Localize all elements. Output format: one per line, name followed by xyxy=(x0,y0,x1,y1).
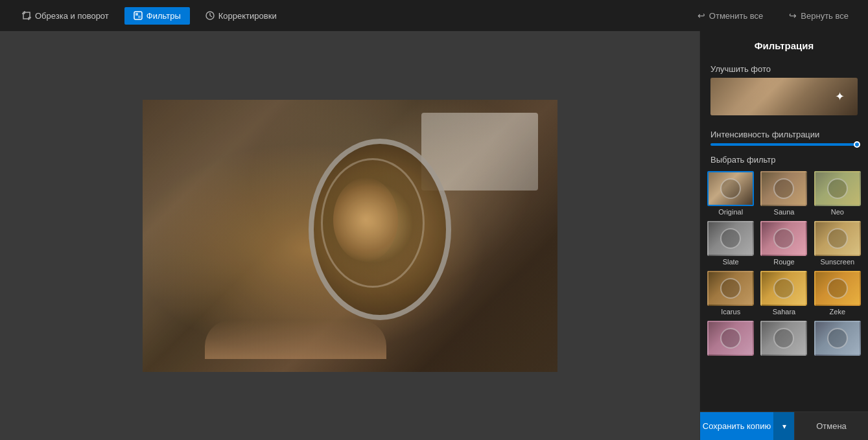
undo-all-button[interactable]: ↩ Отменить все xyxy=(691,6,770,25)
filter-item-neo[interactable]: Neo xyxy=(812,170,863,217)
filters-icon xyxy=(134,11,143,20)
corrections-button[interactable]: Корректировки xyxy=(196,7,286,25)
filter-thumb-partial3 xyxy=(814,321,861,356)
save-copy-button[interactable]: Сохранить копию xyxy=(700,412,773,440)
svg-line-10 xyxy=(210,16,212,17)
sidebar-title: Фильтрация xyxy=(700,31,868,58)
enhance-photo-strip[interactable]: ✦ xyxy=(710,78,858,115)
filter-thumb-sunscreen xyxy=(814,221,861,256)
crop-rotate-button[interactable]: Обрезка и поворот xyxy=(13,7,118,25)
filter-item-sauna[interactable]: Sauna xyxy=(758,170,809,217)
corrections-icon xyxy=(205,11,215,20)
toolbar-right-actions: ↩ Отменить все ↪ Вернуть все xyxy=(691,6,855,25)
canvas-area xyxy=(0,31,699,440)
redo-all-button[interactable]: ↪ Вернуть все xyxy=(782,6,855,25)
filter-thumb-sauna xyxy=(760,171,807,206)
filter-label-sunscreen: Sunscreen xyxy=(821,258,855,266)
filter-thumb-slate xyxy=(707,221,754,256)
photo-container xyxy=(143,100,557,372)
corrections-label: Корректировки xyxy=(218,11,277,21)
redo-label: Вернуть все xyxy=(801,11,849,21)
intensity-section-label: Интенсивность фильтрации xyxy=(700,123,868,143)
filter-item-zeke[interactable]: Zeke xyxy=(812,270,863,317)
sidebar-bottom-bar: Сохранить копию ▾ Отмена xyxy=(700,411,868,440)
filter-thumb-icarus xyxy=(707,271,754,306)
filter-select-label: Выбрать фильтр xyxy=(700,152,868,170)
filter-thumb-partial2 xyxy=(760,321,807,356)
filter-item-slate[interactable]: Slate xyxy=(705,220,756,267)
svg-rect-6 xyxy=(135,13,138,16)
filter-item-sunscreen[interactable]: Sunscreen xyxy=(812,220,863,267)
dropdown-arrow-icon: ▾ xyxy=(782,422,786,431)
filter-item-sahara[interactable]: Sahara xyxy=(758,270,809,317)
filter-item-original[interactable]: Original xyxy=(705,170,756,217)
photo-image xyxy=(143,100,557,372)
intensity-bar[interactable] xyxy=(710,143,858,146)
filter-label-rouge: Rouge xyxy=(773,258,794,266)
filters-button[interactable]: Фильтры xyxy=(124,7,190,25)
filter-label-zeke: Zeke xyxy=(830,308,845,316)
main-area: Фильтрация Улучшить фото ✦ Интенсивность… xyxy=(0,31,868,440)
filter-thumb-zeke xyxy=(814,271,861,306)
undo-label: Отменить все xyxy=(709,11,764,21)
save-copy-label: Сохранить копию xyxy=(703,421,771,431)
filter-label-sauna: Sauna xyxy=(774,208,795,216)
filter-item-partial3[interactable] xyxy=(812,319,863,359)
crop-rotate-label: Обрезка и поворот xyxy=(35,11,109,21)
filter-thumb-original xyxy=(707,171,754,206)
redo-icon: ↪ xyxy=(789,10,797,21)
filter-label-icarus: Icarus xyxy=(721,308,740,316)
enhance-icon: ✦ xyxy=(835,89,845,104)
filter-label-sahara: Sahara xyxy=(773,308,795,316)
filter-thumb-sahara xyxy=(760,271,807,306)
filter-item-partial1[interactable] xyxy=(705,319,756,359)
filter-grid: Original Sauna Neo Slat xyxy=(700,170,868,364)
filter-thumb-partial1 xyxy=(707,321,754,356)
toolbar: Обрезка и поворот Фильтры Корректировки … xyxy=(0,0,868,31)
undo-icon: ↩ xyxy=(698,10,705,21)
filter-item-rouge[interactable]: Rouge xyxy=(758,220,809,267)
filter-thumb-rouge xyxy=(760,221,807,256)
filter-label-original: Original xyxy=(718,208,743,216)
sidebar: Фильтрация Улучшить фото ✦ Интенсивность… xyxy=(699,31,868,440)
cancel-button[interactable]: Отмена xyxy=(794,412,868,440)
filter-label-neo: Neo xyxy=(831,208,844,216)
filter-item-partial2[interactable] xyxy=(758,319,809,359)
filter-thumb-neo xyxy=(814,171,861,206)
enhance-section-label: Улучшить фото xyxy=(700,58,868,78)
filter-label-slate: Slate xyxy=(723,258,739,266)
cancel-label: Отмена xyxy=(816,421,847,431)
svg-rect-7 xyxy=(138,16,141,18)
filters-label: Фильтры xyxy=(147,11,181,21)
filter-item-icarus[interactable]: Icarus xyxy=(705,270,756,317)
crop-icon xyxy=(22,11,31,20)
save-copy-dropdown-button[interactable]: ▾ xyxy=(773,412,794,440)
